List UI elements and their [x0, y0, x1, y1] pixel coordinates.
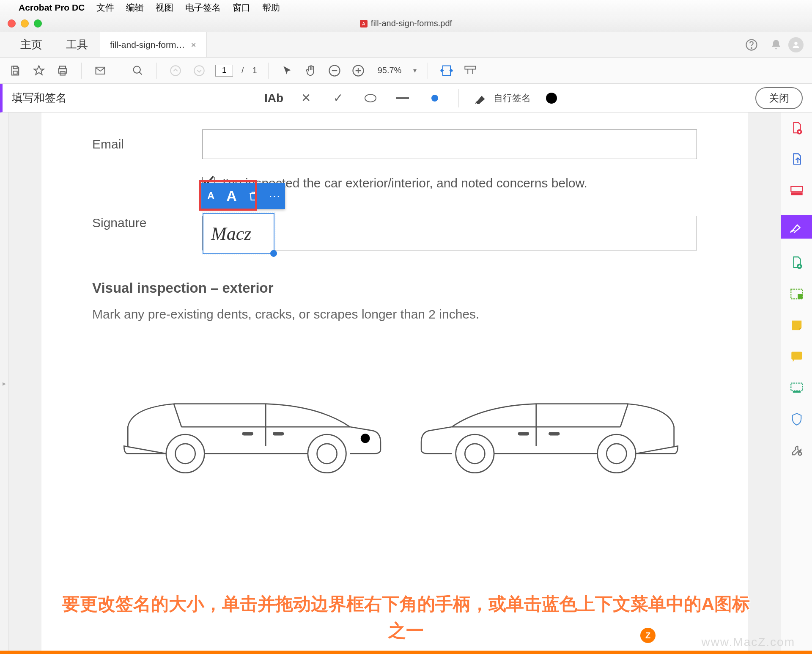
app-name[interactable]: Acrobat Pro DC	[19, 3, 85, 13]
mail-icon[interactable]	[93, 63, 108, 78]
car-left-icon[interactable]	[105, 364, 388, 482]
svg-point-2	[794, 41, 797, 44]
fill-sign-toolbar: 填写和签名 IAb ✕ ✓ 自行签名 关闭	[0, 84, 812, 113]
zoom-out-icon[interactable]	[327, 63, 342, 78]
zoom-dropdown-icon[interactable]: ▾	[413, 66, 417, 74]
close-window-button[interactable]	[8, 19, 16, 27]
note-icon[interactable]	[790, 318, 804, 332]
svg-rect-37	[791, 352, 802, 359]
select-tool-icon[interactable]	[280, 63, 295, 78]
checkmark-tool[interactable]: ✓	[330, 90, 347, 107]
dent-marker[interactable]	[361, 434, 370, 443]
menu-window[interactable]: 窗口	[233, 2, 250, 14]
home-tab[interactable]: 主页	[8, 32, 54, 57]
svg-point-26	[606, 444, 626, 464]
menu-view[interactable]: 视图	[156, 2, 173, 14]
document-tab[interactable]: fill-and-sign-form… ×	[100, 32, 207, 57]
account-avatar[interactable]	[788, 37, 804, 52]
more-options-icon[interactable]: ⋯	[264, 189, 285, 203]
print-icon[interactable]	[55, 63, 70, 78]
svg-rect-3	[13, 66, 17, 69]
minimize-window-button[interactable]	[21, 19, 29, 27]
car-right-icon[interactable]	[414, 364, 697, 482]
svg-point-21	[308, 434, 346, 473]
svg-point-1	[751, 47, 752, 48]
watermark-text: www.MacZ.com	[701, 635, 795, 649]
instruction-caption: 要更改签名的大小，单击并拖动边界框右下角的手柄，或单击蓝色上下文菜单中的A图标 …	[0, 591, 812, 644]
svg-rect-32	[791, 187, 802, 191]
car-diagrams	[92, 364, 697, 482]
x-mark-tool[interactable]: ✕	[298, 90, 315, 107]
dot-tool[interactable]	[426, 90, 443, 107]
content-area: ▸ Email I've inspected the car exterior/…	[0, 113, 812, 654]
page-down-icon[interactable]	[192, 63, 207, 78]
fill-sign-tool-active[interactable]	[781, 215, 812, 239]
maximize-window-button[interactable]	[34, 19, 42, 27]
line-tool[interactable]	[394, 90, 411, 107]
section-heading: Visual inspection – exterior	[92, 280, 697, 296]
scan-icon[interactable]	[790, 381, 804, 395]
zoom-level-label[interactable]: 95.7%	[374, 66, 405, 75]
pen-icon	[474, 92, 488, 104]
svg-rect-15	[465, 66, 476, 69]
comment-icon[interactable]	[790, 349, 804, 364]
more-tools-icon[interactable]	[790, 443, 804, 458]
star-icon[interactable]	[31, 63, 47, 78]
page-total-label: 1	[252, 66, 257, 75]
svg-rect-17	[396, 97, 409, 99]
menu-help[interactable]: 帮助	[262, 2, 280, 14]
fit-width-icon[interactable]	[439, 63, 454, 78]
save-icon[interactable]	[8, 63, 23, 78]
page-display-icon[interactable]	[463, 63, 478, 78]
menu-edit[interactable]: 编辑	[126, 2, 144, 14]
email-field[interactable]	[202, 129, 697, 159]
left-panel-toggle[interactable]: ▸	[0, 113, 8, 654]
resize-handle[interactable]	[270, 250, 277, 257]
svg-point-25	[598, 434, 636, 473]
svg-point-18	[431, 95, 438, 102]
signature-field[interactable]: Macz	[202, 216, 697, 250]
hand-tool-icon[interactable]	[303, 63, 318, 78]
circle-tool[interactable]	[362, 90, 379, 107]
document-viewport[interactable]: Email I've inspected the car exterior/in…	[8, 113, 781, 654]
tools-tab[interactable]: 工具	[54, 32, 100, 57]
text-tool[interactable]: IAb	[266, 90, 283, 107]
bell-icon[interactable]	[769, 38, 783, 52]
export-pdf-icon[interactable]	[790, 152, 804, 167]
svg-point-19	[166, 434, 205, 473]
color-picker-dot[interactable]	[546, 93, 557, 104]
email-label: Email	[92, 137, 202, 151]
macos-menubar: Acrobat Pro DC 文件 编辑 视图 电子签名 窗口 帮助	[0, 0, 812, 15]
self-sign-button[interactable]: 自行签名	[474, 92, 531, 104]
pdf-badge-icon: A	[360, 20, 368, 27]
signature-label: Signature	[92, 216, 202, 230]
edit-pdf-icon[interactable]	[790, 184, 804, 198]
page-number-input[interactable]	[215, 65, 233, 77]
svg-point-20	[176, 444, 195, 464]
svg-rect-30	[518, 433, 529, 435]
close-fillsign-button[interactable]: 关闭	[755, 87, 803, 109]
create-pdf-icon[interactable]	[790, 121, 804, 135]
zoom-in-icon[interactable]	[351, 63, 366, 78]
svg-rect-4	[13, 71, 17, 74]
svg-point-9	[134, 66, 140, 73]
page-up-icon[interactable]	[168, 63, 183, 78]
svg-rect-38	[791, 383, 802, 391]
compress-icon[interactable]	[790, 287, 804, 301]
menu-file[interactable]: 文件	[96, 2, 114, 14]
svg-rect-36	[798, 294, 802, 299]
search-icon[interactable]	[130, 63, 145, 78]
svg-rect-33	[791, 192, 802, 195]
right-tool-panel	[781, 113, 812, 654]
protect-icon[interactable]	[790, 412, 804, 426]
signature-selection-box[interactable]: Macz	[203, 213, 274, 254]
signature-value: Macz	[203, 214, 274, 254]
self-sign-label: 自行签名	[494, 92, 531, 104]
organize-pages-icon[interactable]	[790, 256, 804, 270]
menu-esign[interactable]: 电子签名	[185, 2, 221, 14]
close-tab-icon[interactable]: ×	[191, 40, 196, 50]
document-tab-label: fill-and-sign-form…	[110, 40, 185, 50]
svg-point-22	[317, 444, 337, 464]
help-icon[interactable]	[744, 38, 759, 52]
page-separator: /	[241, 66, 244, 75]
